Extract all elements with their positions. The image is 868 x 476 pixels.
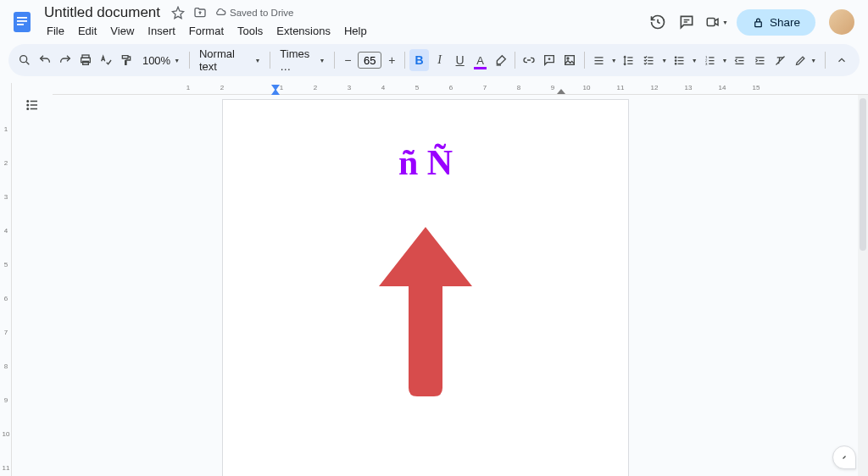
search-menus-icon[interactable] <box>15 49 35 71</box>
toolbar-right: ▼ <box>791 49 853 71</box>
toolbar: 100%▼ Normal text▼ Times …▼ − + B I U A … <box>8 44 860 76</box>
menu-view[interactable]: View <box>104 22 140 40</box>
document-page[interactable]: ñ Ñ <box>222 99 629 476</box>
undo-icon[interactable] <box>36 49 55 71</box>
menubar: File Edit View Insert Format Tools Exten… <box>41 22 648 41</box>
annotation-arrow-icon <box>375 227 476 396</box>
menu-format[interactable]: Format <box>183 22 230 40</box>
svg-point-6 <box>20 56 27 63</box>
add-comment-button[interactable] <box>540 49 559 71</box>
svg-point-11 <box>567 58 569 59</box>
lock-icon <box>752 16 765 29</box>
share-button[interactable]: Share <box>737 9 815 36</box>
svg-point-13 <box>675 59 676 61</box>
content-area: 1 2 3 4 5 6 7 8 9 10 11 1 2 1 2 3 4 5 6 … <box>0 83 868 476</box>
share-label: Share <box>770 16 800 29</box>
increase-indent-button[interactable] <box>750 49 770 71</box>
separator <box>189 52 190 69</box>
menu-help[interactable]: Help <box>338 22 373 40</box>
title-bar: Untitled document Saved to Drive File Ed… <box>0 0 868 41</box>
align-button[interactable] <box>589 49 609 71</box>
font-family-select[interactable]: Times …▼ <box>275 49 330 71</box>
menu-edit[interactable]: Edit <box>72 22 103 40</box>
docs-logo[interactable] <box>8 8 36 36</box>
print-icon[interactable] <box>76 49 96 71</box>
vertical-ruler[interactable]: 1 2 3 4 5 6 7 8 9 10 11 <box>0 83 12 476</box>
increase-font-size-button[interactable]: + <box>383 51 400 69</box>
italic-button[interactable]: I <box>430 49 449 71</box>
toolbar-container: 100%▼ Normal text▼ Times …▼ − + B I U A … <box>0 41 868 83</box>
paint-format-icon[interactable] <box>117 49 136 71</box>
decrease-font-size-button[interactable]: − <box>339 51 356 69</box>
underline-button[interactable]: U <box>450 49 470 71</box>
explore-button[interactable] <box>832 446 856 469</box>
vertical-scrollbar[interactable] <box>858 95 868 476</box>
document-outline-icon[interactable] <box>22 95 42 115</box>
numbered-list-dropdown[interactable]: ▼ <box>721 49 730 71</box>
bold-button[interactable]: B <box>409 49 429 71</box>
font-size-control: − + <box>339 51 400 69</box>
line-spacing-button[interactable] <box>619 49 638 71</box>
title-row: Untitled document Saved to Drive <box>41 4 648 21</box>
menu-extensions[interactable]: Extensions <box>270 22 337 40</box>
editing-mode-button[interactable]: ▼ <box>791 49 820 71</box>
separator <box>584 52 585 69</box>
star-icon[interactable] <box>170 5 186 20</box>
menu-insert[interactable]: Insert <box>142 22 181 40</box>
document-viewport: 1 2 1 2 3 4 5 6 7 8 9 10 11 12 13 14 15 … <box>53 83 868 476</box>
user-avatar[interactable] <box>829 9 854 35</box>
history-icon[interactable] <box>648 12 668 32</box>
document-text[interactable]: ñ Ñ <box>223 142 628 183</box>
svg-rect-5 <box>755 21 762 26</box>
horizontal-ruler[interactable]: 1 2 1 2 3 4 5 6 7 8 9 10 11 12 13 14 15 <box>53 83 868 95</box>
saved-status[interactable]: Saved to Drive <box>214 7 293 19</box>
separator <box>515 52 515 69</box>
svg-rect-0 <box>14 12 31 32</box>
left-indent-marker[interactable] <box>271 89 280 95</box>
font-size-input[interactable] <box>358 52 381 69</box>
text-color-button[interactable]: A <box>470 49 490 71</box>
decrease-indent-button[interactable] <box>730 49 749 71</box>
comment-icon[interactable] <box>676 12 697 32</box>
bulleted-list-button[interactable] <box>670 49 689 71</box>
svg-text:3: 3 <box>704 61 707 65</box>
separator <box>825 52 826 69</box>
svg-point-20 <box>27 108 29 110</box>
collapse-toolbar-button[interactable] <box>831 49 853 71</box>
svg-rect-3 <box>17 24 24 25</box>
svg-rect-10 <box>565 56 575 65</box>
header-right: ▼ Share <box>648 9 860 36</box>
svg-point-14 <box>675 63 676 64</box>
svg-point-18 <box>27 101 29 102</box>
menu-file[interactable]: File <box>41 22 70 40</box>
checklist-dropdown[interactable]: ▼ <box>659 49 669 71</box>
bulleted-list-dropdown[interactable]: ▼ <box>690 49 699 71</box>
spellcheck-icon[interactable] <box>97 49 116 71</box>
page-scroll-area[interactable]: ñ Ñ <box>53 95 868 476</box>
meet-icon[interactable]: ▼ <box>705 12 728 32</box>
numbered-list-button[interactable]: 123 <box>700 49 720 71</box>
scroll-thumb[interactable] <box>860 98 866 251</box>
clear-formatting-button[interactable] <box>771 49 790 71</box>
insert-link-button[interactable] <box>520 49 539 71</box>
separator <box>270 52 270 69</box>
svg-rect-4 <box>707 19 715 26</box>
align-dropdown[interactable]: ▼ <box>609 49 619 71</box>
separator <box>404 52 405 69</box>
zoom-select[interactable]: 100%▼ <box>137 49 185 71</box>
highlight-color-button[interactable] <box>491 49 510 71</box>
svg-point-19 <box>27 104 29 106</box>
document-title[interactable]: Untitled document <box>41 4 164 21</box>
redo-icon[interactable] <box>56 49 75 71</box>
insert-image-button[interactable] <box>560 49 580 71</box>
paragraph-style-select[interactable]: Normal text▼ <box>194 49 265 71</box>
title-area: Untitled document Saved to Drive File Ed… <box>41 4 648 41</box>
left-sidebar <box>12 83 53 476</box>
cloud-icon <box>214 7 226 19</box>
saved-status-label: Saved to Drive <box>230 8 293 18</box>
menu-tools[interactable]: Tools <box>231 22 269 40</box>
move-folder-icon[interactable] <box>192 5 208 20</box>
separator <box>334 52 335 69</box>
checklist-button[interactable] <box>639 49 659 71</box>
right-indent-marker[interactable] <box>557 89 565 94</box>
